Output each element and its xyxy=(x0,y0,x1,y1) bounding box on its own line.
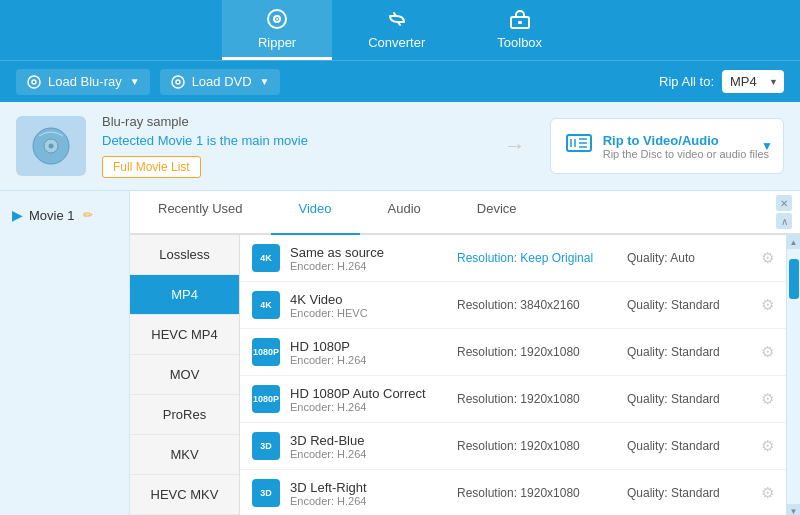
load-bar: Load Blu-ray ▼ Load DVD ▼ Rip All to: MP… xyxy=(0,60,800,102)
format-cat-mp4[interactable]: MP4 xyxy=(130,275,239,315)
format-icon: 1080P xyxy=(252,338,280,366)
format-icon: 1080P xyxy=(252,385,280,413)
format-resolution: Resolution: 1920x1080 xyxy=(457,345,617,359)
format-quality: Quality: Auto xyxy=(627,251,747,265)
settings-icon[interactable]: ⚙ xyxy=(761,390,774,408)
format-tabs: Recently Used Video Audio Device ✕ ∧ xyxy=(130,191,800,235)
edit-icon: ✏ xyxy=(83,208,93,222)
format-quality: Quality: Standard xyxy=(627,298,747,312)
top-nav: Ripper Converter Toolbox xyxy=(0,0,800,60)
format-icon: 4K xyxy=(252,291,280,319)
main-content: ▶ Movie 1 ✏ Recently Used Video Audio De… xyxy=(0,191,800,515)
load-bluray-button[interactable]: Load Blu-ray ▼ xyxy=(16,69,150,95)
format-name: 3D Left-Right xyxy=(290,480,447,495)
format-panel: Recently Used Video Audio Device ✕ ∧ Los… xyxy=(130,191,800,515)
format-info: 3D Red-Blue Encoder: H.264 xyxy=(290,433,447,460)
tab-recently-used[interactable]: Recently Used xyxy=(130,191,271,235)
format-cat-hevc-mkv[interactable]: HEVC MKV xyxy=(130,475,239,515)
load-dvd-label: Load DVD xyxy=(192,74,252,89)
svg-point-6 xyxy=(32,80,36,84)
toolbox-icon xyxy=(509,8,531,33)
format-row[interactable]: 3D 3D Left-Right Encoder: H.264 Resoluti… xyxy=(240,470,786,515)
settings-icon[interactable]: ⚙ xyxy=(761,484,774,502)
scroll-up-button[interactable]: ▲ xyxy=(787,235,801,249)
format-quality: Quality: Standard xyxy=(627,345,747,359)
format-icon: 3D xyxy=(252,432,280,460)
scroll-track xyxy=(787,249,800,504)
format-info: 4K Video Encoder: HEVC xyxy=(290,292,447,319)
settings-icon[interactable]: ⚙ xyxy=(761,343,774,361)
nav-toolbox[interactable]: Toolbox xyxy=(461,0,578,60)
rip-box[interactable]: Rip to Video/Audio Rip the Disc to video… xyxy=(550,118,784,174)
format-encoder: Encoder: H.264 xyxy=(290,401,447,413)
rip-all-section: Rip All to: MP4 MKV MOV xyxy=(659,70,784,93)
rip-all-label: Rip All to: xyxy=(659,74,714,89)
left-panel: ▶ Movie 1 ✏ xyxy=(0,191,130,515)
format-icon: 4K xyxy=(252,244,280,272)
info-text-section: Blu-ray sample Detected Movie 1 is the m… xyxy=(102,114,480,178)
svg-point-5 xyxy=(28,76,40,88)
movie-label: Movie 1 xyxy=(29,208,75,223)
format-name: HD 1080P xyxy=(290,339,447,354)
load-dvd-arrow: ▼ xyxy=(260,76,270,87)
nav-converter[interactable]: Converter xyxy=(332,0,461,60)
settings-icon[interactable]: ⚙ xyxy=(761,437,774,455)
tab-device[interactable]: Device xyxy=(449,191,545,235)
format-info: HD 1080P Auto Correct Encoder: H.264 xyxy=(290,386,447,413)
format-quality: Quality: Standard xyxy=(627,486,747,500)
scroll-thumb[interactable] xyxy=(789,259,799,299)
format-cat-mkv[interactable]: MKV xyxy=(130,435,239,475)
rip-sub: Rip the Disc to video or audio files xyxy=(603,148,769,160)
panel-close-icon[interactable]: ✕ xyxy=(776,195,792,211)
format-encoder: Encoder: H.264 xyxy=(290,354,447,366)
detected-suffix: is the main movie xyxy=(207,133,308,148)
settings-icon[interactable]: ⚙ xyxy=(761,249,774,267)
rip-all-format-select[interactable]: MP4 MKV MOV xyxy=(722,70,784,93)
tab-audio[interactable]: Audio xyxy=(360,191,449,235)
panel-collapse-icon[interactable]: ∧ xyxy=(776,213,792,229)
nav-ripper[interactable]: Ripper xyxy=(222,0,332,60)
format-row[interactable]: 3D 3D Red-Blue Encoder: H.264 Resolution… xyxy=(240,423,786,470)
scrollbar[interactable]: ▲ ▼ xyxy=(786,235,800,515)
format-quality: Quality: Standard xyxy=(627,439,747,453)
format-categories: Lossless MP4 HEVC MP4 MOV ProRes MKV HEV… xyxy=(130,235,240,515)
rip-box-dropdown-icon: ▼ xyxy=(761,139,773,153)
format-row[interactable]: 4K Same as source Encoder: H.264 Resolut… xyxy=(240,235,786,282)
rip-all-format-wrapper[interactable]: MP4 MKV MOV xyxy=(722,70,784,93)
play-icon: ▶ xyxy=(12,207,23,223)
load-dvd-button[interactable]: Load DVD ▼ xyxy=(160,69,280,95)
format-resolution: Resolution: 1920x1080 xyxy=(457,486,617,500)
ripper-icon xyxy=(266,8,288,33)
arrow-right-icon: → xyxy=(504,133,526,159)
format-resolution: Resolution: 3840x2160 xyxy=(457,298,617,312)
format-cat-lossless[interactable]: Lossless xyxy=(130,235,239,275)
format-resolution: Resolution: 1920x1080 xyxy=(457,439,617,453)
svg-point-7 xyxy=(172,76,184,88)
movie-item[interactable]: ▶ Movie 1 ✏ xyxy=(0,199,129,231)
format-encoder: Encoder: H.264 xyxy=(290,448,447,460)
scroll-down-button[interactable]: ▼ xyxy=(787,504,801,515)
format-name: HD 1080P Auto Correct xyxy=(290,386,447,401)
format-row[interactable]: 4K 4K Video Encoder: HEVC Resolution: 38… xyxy=(240,282,786,329)
tab-video[interactable]: Video xyxy=(271,191,360,235)
format-name: Same as source xyxy=(290,245,447,260)
svg-point-2 xyxy=(276,18,278,20)
format-quality: Quality: Standard xyxy=(627,392,747,406)
converter-icon xyxy=(386,8,408,33)
format-cat-mov[interactable]: MOV xyxy=(130,355,239,395)
format-row[interactable]: 1080P HD 1080P Auto Correct Encoder: H.2… xyxy=(240,376,786,423)
format-resolution: Resolution: 1920x1080 xyxy=(457,392,617,406)
full-movie-list-button[interactable]: Full Movie List xyxy=(102,156,201,178)
format-encoder: Encoder: H.264 xyxy=(290,260,447,272)
disc-thumbnail xyxy=(16,116,86,176)
format-info: 3D Left-Right Encoder: H.264 xyxy=(290,480,447,507)
detected-prefix: Detected xyxy=(102,133,158,148)
load-bluray-label: Load Blu-ray xyxy=(48,74,122,89)
format-cat-hevc-mp4[interactable]: HEVC MP4 xyxy=(130,315,239,355)
settings-icon[interactable]: ⚙ xyxy=(761,296,774,314)
rip-box-icon xyxy=(565,129,593,163)
format-row[interactable]: 1080P HD 1080P Encoder: H.264 Resolution… xyxy=(240,329,786,376)
format-cat-prores[interactable]: ProRes xyxy=(130,395,239,435)
format-name: 4K Video xyxy=(290,292,447,307)
format-resolution: Resolution: Keep Original xyxy=(457,251,617,265)
